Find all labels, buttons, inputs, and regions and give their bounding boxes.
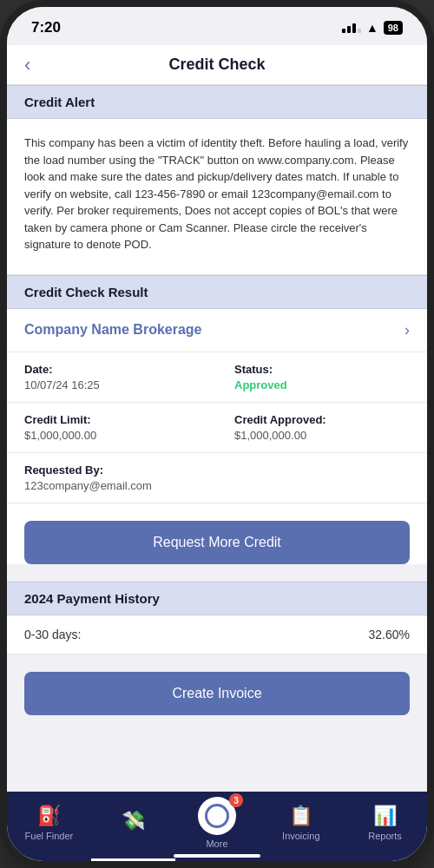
payment-row-label: 0-30 days:: [24, 628, 81, 641]
status-label: Status:: [234, 363, 410, 376]
credit-limit-value: $1,000,000.00: [24, 429, 200, 442]
phone-frame: 7:20 ▲ 98 ‹ Credit Check Credit Alert Th…: [0, 0, 434, 868]
request-more-credit-button[interactable]: Request More Credit: [24, 521, 410, 564]
payment-history-header: 2024 Payment History: [7, 582, 427, 615]
more-circle: 3: [198, 797, 236, 835]
chevron-right-icon: ›: [404, 321, 410, 339]
reports-icon: 📊: [373, 805, 397, 827]
date-cell: Date: 10/07/24 16:25: [7, 352, 217, 402]
invoicing-icon: 📋: [289, 805, 312, 827]
requested-by-value: 123company@email.com: [24, 479, 410, 492]
cash-icon: 💸: [122, 810, 145, 832]
payment-row: 0-30 days: 32.60%: [7, 615, 427, 654]
date-value: 10/07/24 16:25: [24, 378, 200, 391]
nav-item-cash[interactable]: 💸: [91, 792, 175, 861]
more-badge: 3: [229, 793, 243, 807]
requested-by-cell: Requested By: 123company@email.com: [7, 453, 427, 503]
fuel-finder-label: Fuel Finder: [25, 831, 74, 841]
status-value: Approved: [234, 378, 410, 391]
credit-check-result-header: Credit Check Result: [7, 275, 427, 309]
wifi-icon: ▲: [366, 21, 378, 35]
credit-limit-label: Credit Limit:: [24, 413, 200, 426]
nav-item-fuel-finder[interactable]: ⛽ Fuel Finder: [7, 792, 91, 861]
status-bar: 7:20 ▲ 98: [7, 7, 427, 45]
battery-indicator: 98: [384, 21, 403, 35]
bottom-navigation: ⛽ Fuel Finder 💸 3 More 📋 Invoicing 📊 Rep…: [7, 792, 427, 861]
main-content: Credit Alert This company has been a vic…: [7, 85, 427, 816]
more-label: More: [206, 838, 227, 849]
status-icons: ▲ 98: [342, 21, 403, 35]
payment-history-section: 2024 Payment History 0-30 days: 32.60%: [7, 582, 427, 654]
page-title: Credit Check: [168, 56, 265, 74]
status-cell: Status: Approved: [217, 352, 427, 402]
home-indicator: [174, 854, 260, 858]
signal-icon: [342, 23, 361, 33]
credit-approved-label: Credit Approved:: [234, 413, 410, 426]
company-name: Company Name Brokerage: [24, 322, 202, 338]
company-row[interactable]: Company Name Brokerage ›: [7, 309, 427, 352]
info-grid-1: Date: 10/07/24 16:25 Status: Approved: [7, 352, 427, 403]
credit-approved-cell: Credit Approved: $1,000,000.00: [217, 403, 427, 452]
date-label: Date:: [24, 363, 200, 376]
info-grid-2: Credit Limit: $1,000,000.00 Credit Appro…: [7, 403, 427, 453]
more-circle-inner: [205, 804, 229, 828]
back-button[interactable]: ‹: [24, 54, 30, 76]
active-indicator: [91, 858, 175, 861]
credit-alert-header: Credit Alert: [7, 85, 427, 119]
requested-by-label: Requested By:: [24, 464, 410, 477]
status-time: 7:20: [31, 19, 61, 36]
nav-item-more[interactable]: 3 More: [175, 792, 260, 861]
credit-result-section: Company Name Brokerage › Date: 10/07/24 …: [7, 309, 427, 564]
credit-limit-cell: Credit Limit: $1,000,000.00: [7, 403, 217, 452]
reports-label: Reports: [368, 831, 402, 841]
credit-alert-body: This company has been a victim of identi…: [7, 119, 427, 275]
create-invoice-button[interactable]: Create Invoice: [24, 672, 410, 715]
payment-row-value: 32.60%: [369, 628, 410, 641]
fuel-finder-icon: ⛽: [37, 805, 61, 827]
credit-approved-value: $1,000,000.00: [234, 429, 410, 442]
nav-item-invoicing[interactable]: 📋 Invoicing: [259, 792, 343, 861]
invoicing-label: Invoicing: [282, 831, 319, 841]
nav-item-reports[interactable]: 📊 Reports: [343, 792, 427, 861]
page-header: ‹ Credit Check: [7, 45, 427, 85]
